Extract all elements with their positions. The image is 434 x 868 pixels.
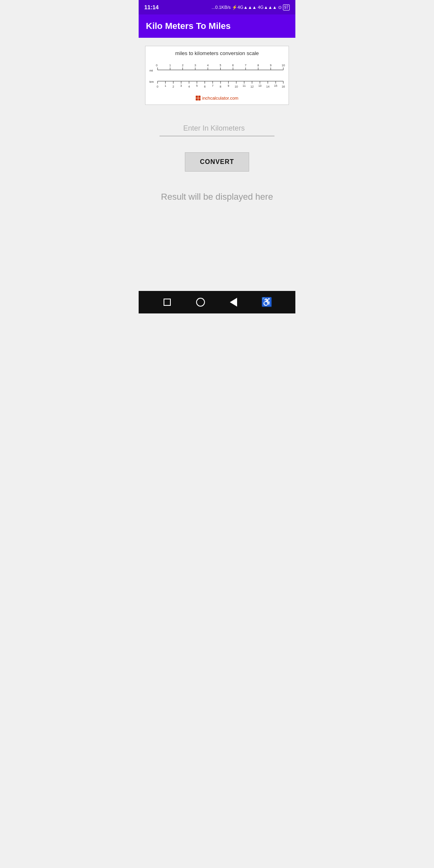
app-title: Kilo Meters To Miles	[146, 21, 288, 31]
triangle-icon	[230, 298, 237, 307]
svg-text:1: 1	[165, 84, 166, 87]
svg-text:11: 11	[243, 84, 246, 87]
svg-text:2: 2	[182, 64, 184, 67]
accessibility-button[interactable]: ♿	[259, 294, 275, 310]
svg-text:7: 7	[245, 64, 246, 67]
back-button[interactable]	[225, 294, 242, 310]
svg-text:2: 2	[172, 85, 174, 88]
svg-text:10: 10	[282, 64, 285, 67]
svg-text:10: 10	[235, 85, 238, 88]
battery-icon: 97	[283, 4, 290, 10]
status-bar: 11:14 ...0.1KB/s ⚡4G▲▲▲ 4G▲▲▲ ⊙ 97	[139, 0, 295, 14]
circle-icon	[196, 298, 205, 307]
result-display: Result will be displayed here	[161, 192, 273, 202]
svg-text:13: 13	[258, 84, 262, 87]
accessibility-icon: ♿	[261, 297, 272, 307]
kilometers-input[interactable]	[160, 121, 274, 136]
bottom-nav: ♿	[139, 291, 295, 313]
scale-watermark: inchcalculator.com	[149, 96, 285, 100]
convert-button[interactable]: CONVERT	[185, 152, 249, 172]
svg-text:7: 7	[212, 84, 213, 87]
svg-text:1: 1	[169, 64, 171, 67]
svg-text:14: 14	[266, 85, 270, 88]
svg-text:16: 16	[282, 85, 285, 88]
home-button[interactable]	[192, 294, 209, 310]
svg-text:4: 4	[207, 64, 209, 67]
input-wrapper	[160, 121, 274, 136]
svg-text:0: 0	[156, 64, 158, 67]
svg-text:mi: mi	[149, 69, 153, 72]
svg-text:5: 5	[196, 84, 198, 87]
svg-text:9: 9	[227, 84, 229, 87]
svg-text:3: 3	[194, 64, 196, 67]
svg-text:6: 6	[232, 64, 234, 67]
signal-icons: ⚡4G▲▲▲ 4G▲▲▲ ⊙	[232, 5, 282, 10]
scale-title: miles to kilometers conversion scale	[149, 50, 285, 56]
svg-text:15: 15	[274, 84, 277, 87]
svg-text:8: 8	[220, 85, 221, 88]
main-content: miles to kilometers conversion scale mi …	[139, 38, 295, 291]
svg-text:8: 8	[257, 64, 259, 67]
scale-container: miles to kilometers conversion scale mi …	[145, 46, 289, 105]
svg-text:5: 5	[220, 64, 221, 67]
svg-text:4: 4	[188, 85, 190, 88]
scale-svg: mi km 0 1 2 3 4 5	[149, 59, 285, 93]
network-speed: ...0.1KB/s	[211, 5, 231, 10]
status-time: 11:14	[144, 4, 159, 10]
recent-apps-button[interactable]	[159, 294, 175, 310]
svg-text:9: 9	[270, 64, 272, 67]
status-icons: ...0.1KB/s ⚡4G▲▲▲ 4G▲▲▲ ⊙ 97	[211, 4, 290, 10]
square-icon	[164, 299, 171, 306]
svg-text:12: 12	[250, 85, 254, 88]
svg-text:3: 3	[180, 84, 182, 87]
svg-text:km: km	[149, 80, 154, 84]
app-bar: Kilo Meters To Miles	[139, 14, 295, 38]
svg-text:6: 6	[204, 85, 206, 88]
svg-text:0: 0	[157, 85, 158, 88]
